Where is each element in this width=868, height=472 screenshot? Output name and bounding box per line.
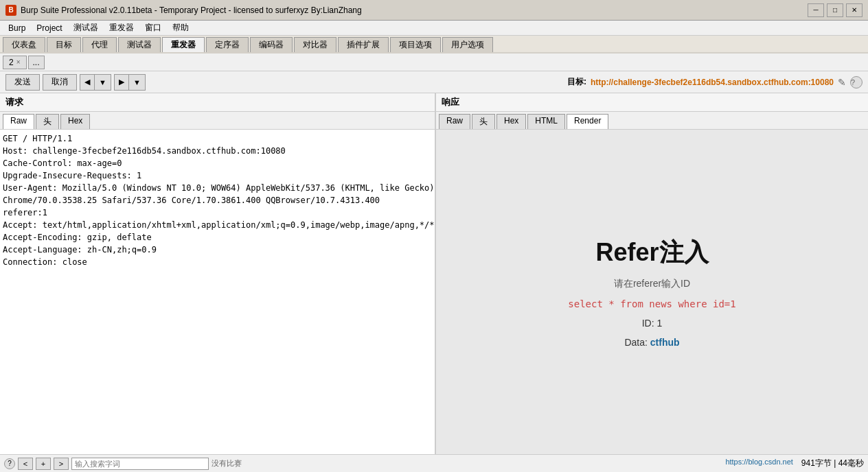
toolbar: 发送 取消 ◀ ▼ ▶ ▼ 目标: http://challenge-3fecb… bbox=[0, 71, 868, 93]
request-tab-raw[interactable]: Raw bbox=[3, 114, 34, 129]
response-tab-html[interactable]: HTML bbox=[527, 114, 565, 129]
request-panel: 请求 Raw 头 Hex GET / HTTP/1.1 Host: challe… bbox=[0, 93, 436, 454]
repeater-subtabs: 2 × ... bbox=[0, 54, 868, 71]
render-content: Refer注入 请在referer输入ID select * from news… bbox=[436, 130, 868, 454]
render-sql: select * from news where id=1 bbox=[568, 298, 735, 309]
render-data: Data: ctfhub bbox=[624, 337, 679, 348]
response-tab-raw[interactable]: Raw bbox=[439, 114, 470, 129]
tab-project-options[interactable]: 项目选项 bbox=[390, 37, 441, 52]
request-text[interactable]: GET / HTTP/1.1 Host: challenge-3fecbef2e… bbox=[0, 130, 435, 454]
render-id: ID: 1 bbox=[642, 318, 663, 329]
tab-target[interactable]: 目标 bbox=[47, 37, 81, 52]
status-text: 941字节 | 44毫秒 bbox=[801, 458, 864, 469]
tab-extender[interactable]: 插件扩展 bbox=[338, 37, 389, 52]
response-body: Refer注入 请在referer输入ID select * from news… bbox=[436, 130, 868, 454]
request-label: 请求 bbox=[0, 93, 435, 112]
response-tab-headers[interactable]: 头 bbox=[472, 114, 495, 129]
close-button[interactable]: ✕ bbox=[846, 3, 863, 17]
bottom-bar: ? < + > 没有比赛 https://blog.csdn.net 941字节… bbox=[0, 454, 868, 472]
menu-burp[interactable]: Burp bbox=[3, 22, 31, 34]
close-tab-icon[interactable]: × bbox=[16, 58, 21, 66]
request-inner-tabs: Raw 头 Hex bbox=[0, 112, 435, 130]
app-icon: B bbox=[5, 5, 16, 16]
repeater-tab-2[interactable]: 2 × bbox=[3, 56, 27, 69]
next-request-button[interactable]: ▶ bbox=[114, 74, 129, 91]
tab-decoder[interactable]: 编码器 bbox=[250, 37, 293, 52]
menu-bar: Burp Project 测试器 重发器 窗口 帮助 bbox=[0, 21, 868, 36]
menu-project[interactable]: Project bbox=[31, 22, 67, 34]
tab-user-options[interactable]: 用户选项 bbox=[442, 37, 493, 52]
response-tab-hex[interactable]: Hex bbox=[496, 114, 526, 129]
search-prev-button[interactable]: < bbox=[18, 458, 33, 470]
tab-comparer[interactable]: 对比器 bbox=[294, 37, 336, 52]
menu-tester[interactable]: 测试器 bbox=[68, 21, 104, 35]
status-url: https://blog.csdn.net bbox=[725, 458, 792, 469]
tab-intruder[interactable]: 测试器 bbox=[118, 37, 161, 52]
prev-dropdown-button[interactable]: ▼ bbox=[95, 74, 111, 91]
render-data-value: ctfhub bbox=[650, 337, 680, 348]
search-add-button[interactable]: + bbox=[36, 458, 51, 470]
target-label: 目标: bbox=[567, 76, 586, 88]
maximize-button[interactable]: □ bbox=[827, 3, 843, 17]
response-inner-tabs: Raw 头 Hex HTML Render bbox=[436, 112, 868, 130]
help-icon-bottom[interactable]: ? bbox=[4, 458, 15, 469]
help-button[interactable]: ? bbox=[850, 76, 863, 88]
render-data-label: Data: bbox=[624, 337, 650, 348]
no-match-label: 没有比赛 bbox=[212, 458, 242, 469]
send-button[interactable]: 发送 bbox=[5, 74, 40, 91]
more-tabs-button[interactable]: ... bbox=[28, 56, 45, 69]
minimize-button[interactable]: ─ bbox=[808, 3, 824, 17]
next-dropdown-button[interactable]: ▼ bbox=[129, 74, 146, 91]
search-input[interactable] bbox=[71, 458, 209, 470]
request-tab-hex[interactable]: Hex bbox=[60, 114, 90, 129]
render-title: Refer注入 bbox=[595, 236, 708, 270]
main-tabs: 仪表盘 目标 代理 测试器 重发器 定序器 编码器 对比器 插件扩展 项目选项 … bbox=[0, 36, 868, 54]
request-body: GET / HTTP/1.1 Host: challenge-3fecbef2e… bbox=[0, 130, 435, 454]
window-title: Burp Suite Professional v2.0.11beta - Te… bbox=[21, 5, 362, 15]
content-area: 请求 Raw 头 Hex GET / HTTP/1.1 Host: challe… bbox=[0, 93, 868, 454]
target-url: http://challenge-3fecbef2e116db54.sandbo… bbox=[591, 78, 834, 87]
prev-request-button[interactable]: ◀ bbox=[80, 74, 95, 91]
tab-repeater[interactable]: 重发器 bbox=[162, 37, 205, 52]
response-panel: 响应 Raw 头 Hex HTML Render Refer注入 请在refer… bbox=[436, 93, 868, 454]
menu-window[interactable]: 窗口 bbox=[139, 21, 167, 35]
tab-sequencer[interactable]: 定序器 bbox=[206, 37, 249, 52]
response-label: 响应 bbox=[436, 93, 868, 112]
bottom-search: ? < + > 没有比赛 bbox=[4, 458, 242, 470]
menu-repeater[interactable]: 重发器 bbox=[104, 21, 139, 35]
cancel-button[interactable]: 取消 bbox=[43, 74, 77, 91]
edit-target-button[interactable]: ✎ bbox=[838, 77, 846, 88]
search-next-button[interactable]: > bbox=[54, 458, 69, 470]
request-tab-headers[interactable]: 头 bbox=[36, 114, 59, 129]
tab-dashboard[interactable]: 仪表盘 bbox=[3, 37, 45, 52]
title-bar: B Burp Suite Professional v2.0.11beta - … bbox=[0, 0, 868, 21]
tab-proxy[interactable]: 代理 bbox=[82, 37, 117, 52]
response-tab-render[interactable]: Render bbox=[567, 114, 608, 129]
menu-help[interactable]: 帮助 bbox=[167, 21, 194, 35]
render-subtitle: 请在referer输入ID bbox=[614, 278, 690, 290]
